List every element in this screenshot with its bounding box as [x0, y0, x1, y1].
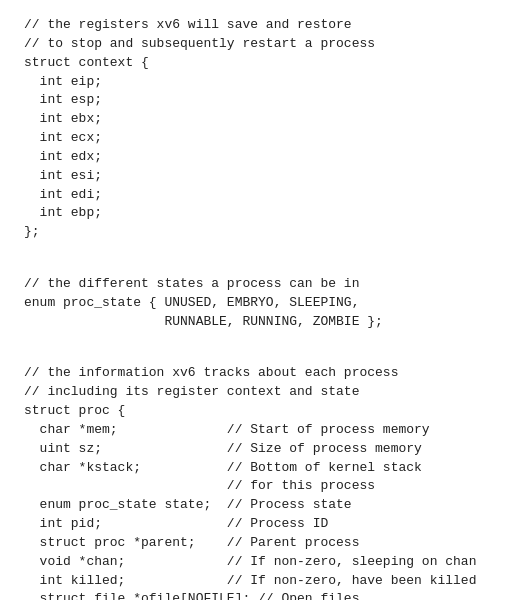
- proc-struct-code: // the information xv6 tracks about each…: [24, 346, 504, 601]
- proc-state-code: // the different states a process can be…: [24, 256, 504, 331]
- proc-struct-section: // the information xv6 tracks about each…: [24, 346, 504, 601]
- context-section: // the registers xv6 will save and resto…: [24, 16, 504, 242]
- code-container: // the registers xv6 will save and resto…: [24, 16, 504, 600]
- proc-state-section: // the different states a process can be…: [24, 256, 504, 331]
- context-code: // the registers xv6 will save and resto…: [24, 16, 504, 242]
